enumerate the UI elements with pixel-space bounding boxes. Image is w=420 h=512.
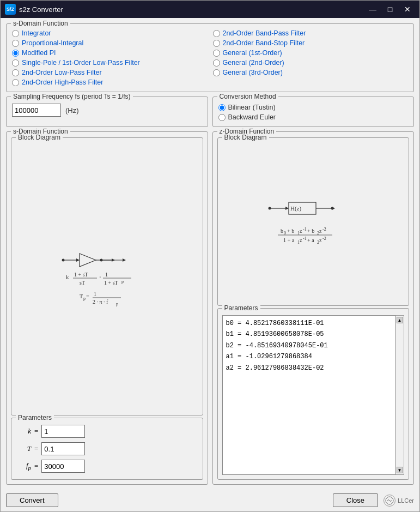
svg-text:-2: -2 bbox=[322, 227, 326, 232]
sampling-group: Sampling Frequency fs (period Ts = 1/fs)… bbox=[6, 97, 208, 127]
sdomain-radio-group: Integrator 2nd-Order Band-Pass Filter Pr… bbox=[12, 29, 408, 86]
main-window: S/Z s2z Converter — □ ✕ s-Domain Functio… bbox=[0, 0, 420, 512]
svg-text:+ b: + b bbox=[307, 228, 314, 234]
z-param-b1: b1 = 4.85193600658078E-05 bbox=[226, 329, 392, 340]
sampling-label: Sampling Frequency fs (period Ts = 1/fs) bbox=[11, 93, 133, 100]
svg-text:+ b: + b bbox=[287, 228, 294, 234]
z-block-diagram-label: Block Diagram bbox=[222, 134, 269, 141]
z-param-a1: a1 = -1.02961279868384 bbox=[226, 351, 392, 362]
param-fp-input[interactable] bbox=[41, 460, 85, 473]
radio-2nd-lp[interactable]: 2nd-Order Low-Pass Filter bbox=[12, 69, 208, 76]
param-fp-label: fp bbox=[16, 461, 31, 471]
z-param-b0: b0 = 4.85217860338111E-01 bbox=[226, 318, 392, 329]
svg-marker-1 bbox=[76, 258, 80, 262]
svg-text:z: z bbox=[319, 237, 322, 243]
radio-2nd-bs-label: 2nd-Order Band-Stop Filter bbox=[223, 39, 305, 47]
svg-point-32 bbox=[331, 207, 333, 209]
svg-text:=: = bbox=[86, 293, 89, 299]
svg-text:-1: -1 bbox=[303, 227, 307, 232]
svg-text:p: p bbox=[116, 302, 118, 306]
param-k-row: k = bbox=[16, 425, 198, 438]
conversion-label: Conversion Method bbox=[217, 93, 278, 100]
radio-integrator[interactable]: Integrator bbox=[12, 29, 208, 37]
svg-text:-2: -2 bbox=[322, 236, 326, 241]
param-T-label: T bbox=[16, 444, 31, 453]
radio-2nd-bp[interactable]: 2nd-Order Band-Pass Filter bbox=[213, 29, 409, 37]
radio-2nd-bs[interactable]: 2nd-Order Band-Stop Filter bbox=[213, 39, 409, 47]
z-block-diagram-box: Block Diagram H(z) bbox=[217, 137, 410, 306]
radio-bilinear-label: Bilinear (Tustin) bbox=[228, 104, 276, 111]
z-params-label: Parameters bbox=[222, 304, 260, 312]
param-k-label: k bbox=[16, 427, 31, 436]
param-k-input[interactable] bbox=[41, 425, 85, 438]
footer-left: Convert bbox=[6, 493, 58, 507]
svg-text:1 + sT: 1 + sT bbox=[74, 272, 88, 278]
sdomain-function-group: s-Domain Function Integrator 2nd-Order B… bbox=[6, 23, 414, 92]
radio-general-2nd-label: General (2nd-Order) bbox=[223, 59, 284, 67]
param-T-row: T = bbox=[16, 442, 198, 455]
svg-text:p: p bbox=[83, 296, 86, 301]
footer: Convert Close LLCer bbox=[1, 490, 419, 511]
logo-area: LLCer bbox=[384, 495, 414, 507]
svg-text:z: z bbox=[300, 237, 302, 243]
s-params-section: Parameters k = T = fp bbox=[11, 418, 203, 480]
close-button[interactable]: Close bbox=[333, 493, 378, 507]
svg-text:+ a: + a bbox=[307, 237, 314, 243]
radio-2nd-hp-label: 2nd-Order High-Pass Filter bbox=[22, 79, 103, 86]
sampling-frequency-input[interactable] bbox=[12, 104, 61, 117]
radio-single-pole[interactable]: Single-Pole / 1st-Order Low-Pass Filter bbox=[12, 59, 208, 67]
sdomain-group-label: s-Domain Function bbox=[11, 20, 70, 27]
svg-point-8 bbox=[62, 259, 65, 262]
svg-point-27 bbox=[268, 207, 271, 209]
sampling-conversion-row: Sampling Frequency fs (period Ts = 1/fs)… bbox=[6, 97, 414, 127]
svg-text:2 · π · f: 2 · π · f bbox=[93, 299, 108, 305]
main-content: s-Domain Function Integrator 2nd-Order B… bbox=[1, 18, 419, 490]
z-params-scrollbar[interactable]: ▲ ▼ bbox=[395, 315, 404, 475]
radio-pi-label: Proportional-Integral bbox=[22, 39, 83, 47]
param-T-input[interactable] bbox=[41, 442, 85, 455]
radio-general-2nd[interactable]: General (2nd-Order) bbox=[213, 59, 409, 67]
svg-marker-7 bbox=[123, 258, 126, 262]
radio-bilinear[interactable]: Bilinear (Tustin) bbox=[218, 104, 409, 111]
radio-2nd-lp-label: 2nd-Order Low-Pass Filter bbox=[22, 69, 102, 76]
radio-2nd-bp-label: 2nd-Order Band-Pass Filter bbox=[223, 29, 306, 37]
svg-text:b: b bbox=[281, 228, 283, 234]
scrollbar-down-btn[interactable]: ▼ bbox=[397, 467, 403, 473]
s-block-diagram-box: Block Diagram bbox=[11, 137, 203, 415]
svg-text:·: · bbox=[99, 273, 101, 281]
svg-text:1: 1 bbox=[105, 272, 108, 278]
radio-backward-euler-label: Backward Euler bbox=[228, 113, 276, 121]
logo-icon bbox=[384, 495, 395, 507]
radio-single-pole-label: Single-Pole / 1st-Order Low-Pass Filter bbox=[22, 59, 140, 67]
s-block-diagram-label: Block Diagram bbox=[16, 134, 63, 141]
s-block-diagram-svg: k 1 + sT sT · 1 1 + sT p bbox=[52, 233, 161, 320]
scrollbar-up-btn[interactable]: ▲ bbox=[397, 317, 403, 323]
radio-general-1st[interactable]: General (1st-Order) bbox=[213, 49, 409, 57]
svg-text:H(z): H(z) bbox=[290, 205, 301, 212]
z-param-b2: b2 = -4.85169340978045E-01 bbox=[226, 340, 392, 351]
svg-text:T: T bbox=[80, 293, 83, 299]
radio-pi[interactable]: Proportional-Integral bbox=[12, 39, 208, 47]
maximize-button[interactable]: □ bbox=[382, 4, 398, 15]
svg-text:-1: -1 bbox=[303, 236, 307, 241]
radio-general-3rd[interactable]: General (3rd-Order) bbox=[213, 69, 409, 76]
svg-text:1 + a: 1 + a bbox=[283, 237, 295, 243]
z-diagram-content: H(z) b 0 + b 1 z -1 bbox=[259, 178, 368, 266]
footer-right: Close LLCer bbox=[333, 493, 414, 507]
z-params-output[interactable]: b0 = 4.85217860338111E-01 b1 = 4.8519360… bbox=[222, 315, 396, 475]
window-title: s2z Converter bbox=[19, 5, 362, 14]
sampling-unit: (Hz) bbox=[65, 106, 79, 115]
param-fp-row: fp = bbox=[16, 460, 198, 473]
radio-2nd-hp[interactable]: 2nd-Order High-Pass Filter bbox=[12, 79, 208, 86]
convert-button[interactable]: Convert bbox=[6, 493, 58, 507]
radio-backward-euler[interactable]: Backward Euler bbox=[218, 113, 409, 121]
logo-svg bbox=[385, 496, 394, 505]
radio-modified-pi[interactable]: Modified PI bbox=[12, 49, 208, 57]
z-params-section: Parameters b0 = 4.85217860338111E-01 b1 … bbox=[217, 308, 410, 480]
minimize-button[interactable]: — bbox=[365, 4, 380, 15]
close-window-button[interactable]: ✕ bbox=[400, 4, 415, 15]
svg-text:1 + sT: 1 + sT bbox=[104, 280, 118, 286]
radio-integrator-label: Integrator bbox=[22, 29, 51, 37]
radio-general-3rd-label: General (3rd-Order) bbox=[223, 69, 283, 76]
svg-text:z: z bbox=[300, 228, 302, 234]
